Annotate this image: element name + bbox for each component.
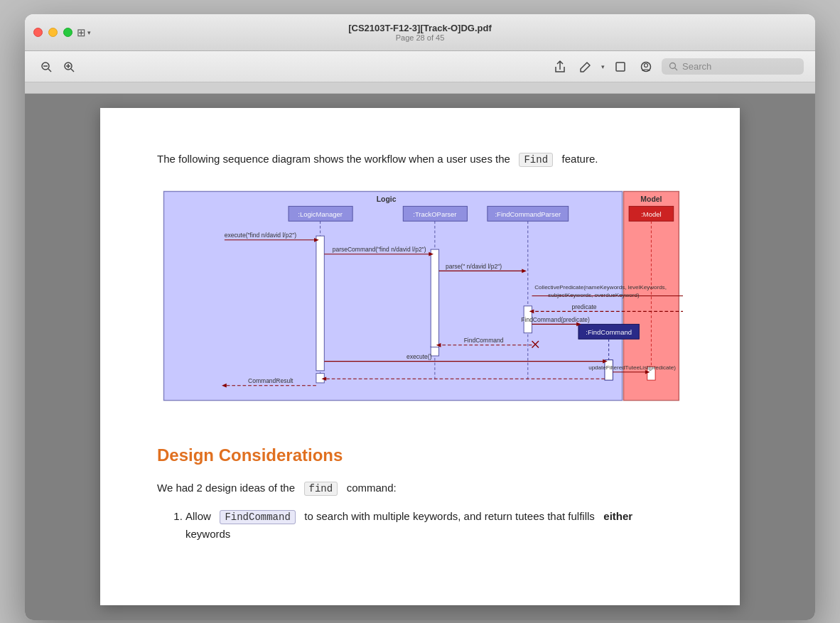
svg-text:subjectKeywords, overdueKeywor: subjectKeywords, overdueKeyword) <box>548 293 640 299</box>
sidebar-icon: ⊞ <box>77 26 86 39</box>
intro-paragraph: The following sequence diagram shows the… <box>157 151 683 168</box>
search-icon <box>669 62 678 71</box>
titlebar-center: [CS2103T-F12-3][Track-O]DG.pdf Page 28 o… <box>348 23 492 42</box>
design-text-prefix: We had 2 design ideas of the <box>157 482 295 494</box>
zoom-in-button[interactable] <box>59 58 79 75</box>
svg-text::TrackOParser: :TrackOParser <box>413 210 456 218</box>
maximize-button[interactable] <box>63 28 72 37</box>
svg-rect-41 <box>431 249 438 347</box>
svg-text::Model: :Model <box>641 210 661 218</box>
app-window: ⊞ ▾ [CS2103T-F12-3][Track-O]DG.pdf Page … <box>25 14 815 620</box>
list-item-1-bold: either <box>603 510 632 522</box>
search-box[interactable] <box>662 58 804 75</box>
share-button[interactable] <box>550 58 570 76</box>
svg-text:Logic: Logic <box>377 195 397 203</box>
list-item-1-prefix: Allow <box>185 510 211 522</box>
page-indicator: Page 28 of 45 <box>348 33 492 42</box>
svg-text:CommandResult: CommandResult <box>248 377 294 384</box>
svg-text:Model: Model <box>640 195 662 203</box>
svg-text:CollectivePredicate(nameKeywor: CollectivePredicate(nameKeywords, levelK… <box>534 284 667 291</box>
sequence-diagram-svg: Logic Model :LogicManager :TrackOParser <box>157 185 683 414</box>
toolbar: ▾ <box>25 51 815 82</box>
svg-rect-23 <box>431 347 438 356</box>
svg-point-10 <box>670 63 676 69</box>
svg-line-1 <box>48 69 51 72</box>
document-title: [CS2103T-F12-3][Track-O]DG.pdf <box>348 23 492 33</box>
svg-rect-40 <box>316 236 324 371</box>
svg-text:parse(" n/david l/p2"): parse(" n/david l/p2") <box>446 263 502 270</box>
svg-text::FindCommandParser: :FindCommandParser <box>495 210 561 218</box>
find-command-box: FindCommand <box>220 510 295 524</box>
svg-text:execute(): execute() <box>406 353 432 360</box>
toolbar-right: ▾ <box>550 58 804 76</box>
svg-point-9 <box>645 63 648 67</box>
design-text: We had 2 design ideas of the find comman… <box>157 480 683 497</box>
svg-rect-19 <box>316 374 324 383</box>
annotate-button[interactable] <box>576 58 596 75</box>
list-item-1-end: keywords <box>185 528 230 540</box>
svg-text:FindCommand(predicate): FindCommand(predicate) <box>521 316 590 323</box>
section-heading: Design Considerations <box>157 445 683 465</box>
svg-text:predicate: predicate <box>571 303 596 310</box>
svg-line-11 <box>675 68 678 71</box>
design-list: Allow FindCommand to search with multipl… <box>171 508 683 542</box>
find-keyword-code: Find <box>519 153 553 167</box>
rotate-button[interactable] <box>610 58 630 75</box>
minimize-button[interactable] <box>48 28 58 37</box>
intro-text-suffix: feature. <box>562 153 598 165</box>
titlebar: ⊞ ▾ [CS2103T-F12-3][Track-O]DG.pdf Page … <box>25 14 815 51</box>
list-item-1-suffix: to search with multiple keywords, and re… <box>304 510 595 522</box>
svg-text:updateFilteredTuteeList(predic: updateFilteredTuteeList(predicate) <box>588 364 676 371</box>
svg-text:execute("find n/david l/p2"): execute("find n/david l/p2") <box>225 232 296 239</box>
svg-line-4 <box>71 69 74 72</box>
svg-text::LogicManager: :LogicManager <box>298 210 343 218</box>
annotate-chevron: ▾ <box>601 63 605 70</box>
svg-text:FindCommand: FindCommand <box>464 337 504 344</box>
list-item-1: Allow FindCommand to search with multipl… <box>185 508 683 542</box>
toolbar-left <box>36 58 79 75</box>
zoom-out-button[interactable] <box>36 58 56 75</box>
svg-text::FindCommand: :FindCommand <box>586 328 632 336</box>
sequence-diagram-container: Logic Model :LogicManager :TrackOParser <box>157 185 683 417</box>
user-button[interactable] <box>636 58 656 75</box>
pdf-page: The following sequence diagram shows the… <box>100 108 740 605</box>
search-input[interactable] <box>682 61 789 72</box>
svg-text:parseCommand("find n/david l/p: parseCommand("find n/david l/p2") <box>333 246 426 253</box>
traffic-lights <box>33 28 72 37</box>
sidebar-toggle-button[interactable]: ⊞ ▾ <box>72 23 95 42</box>
chevron-down-icon: ▾ <box>87 29 91 36</box>
close-button[interactable] <box>33 28 43 37</box>
scroll-strip <box>25 82 815 94</box>
intro-text-prefix: The following sequence diagram shows the… <box>157 153 510 165</box>
find-command-inline: find <box>304 482 338 496</box>
svg-rect-7 <box>616 63 625 71</box>
pdf-viewport[interactable]: The following sequence diagram shows the… <box>25 94 815 620</box>
design-text-suffix: command: <box>347 482 397 494</box>
